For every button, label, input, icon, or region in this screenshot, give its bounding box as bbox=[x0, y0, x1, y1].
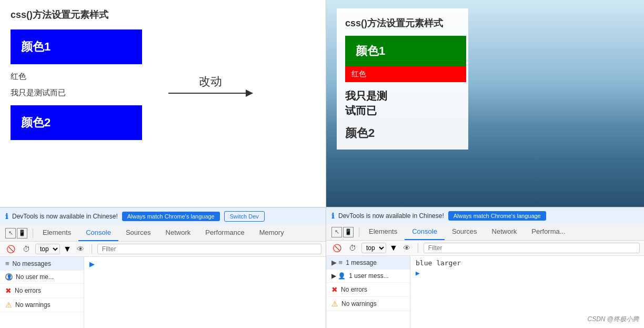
dropdown-icon: ▼ bbox=[63, 244, 72, 254]
change-arrow: 改动 bbox=[163, 74, 258, 94]
dt-icon-bar-left: ↖ 📱 bbox=[2, 226, 31, 241]
console-caret: ▶ bbox=[89, 260, 320, 268]
left-color-box-2: 颜色2 bbox=[11, 105, 142, 140]
cursor-icon[interactable]: ↖ bbox=[5, 228, 16, 238]
right-context-select[interactable]: top bbox=[361, 243, 386, 253]
clear-console-btn[interactable]: 🚫 bbox=[4, 244, 17, 254]
tab-console-left[interactable]: Console bbox=[78, 225, 118, 241]
left-devtools: ℹ DevTools is now available in Chinese! … bbox=[0, 207, 326, 328]
right-page-title: css()方法设置元素样式 bbox=[345, 17, 443, 29]
right-banner-text: DevTools is now available in Chinese! bbox=[338, 212, 444, 220]
tab-separator bbox=[33, 228, 33, 238]
right-cursor-icon[interactable]: ↖ bbox=[331, 227, 342, 237]
dt-icon-bar-right: ↖ 📱 bbox=[328, 225, 357, 240]
left-devtools-banner: ℹ DevTools is now available in Chinese! … bbox=[0, 208, 326, 225]
match-language-button[interactable]: Always match Chrome's language bbox=[122, 212, 220, 221]
left-page-content: css()方法设置元素样式 颜色1 红色 我只是测试而已 颜色2 bbox=[0, 0, 326, 207]
right-color-box-red: 红色 bbox=[345, 66, 466, 82]
sidebar-label-warnings: No warnings bbox=[15, 301, 51, 309]
switch-dev-button[interactable]: Switch Dev bbox=[224, 211, 265, 222]
left-panel: css()方法设置元素样式 颜色1 红色 我只是测试而已 颜色2 改动 ℹ De… bbox=[0, 0, 326, 328]
arrow-line bbox=[168, 93, 253, 94]
sidebar-label-user: No user me... bbox=[16, 273, 54, 281]
filter-btn[interactable]: ⏱ bbox=[21, 244, 32, 254]
watermark: CSDN @终极小腾 bbox=[587, 315, 639, 324]
right-sidebar-item-warnings[interactable]: ⚠ No warnings bbox=[326, 297, 410, 311]
console-output-line: blue larger bbox=[416, 258, 639, 268]
right-sidebar-item-user[interactable]: ▶ 👤 1 user mess... bbox=[326, 270, 410, 283]
right-devtools-toolbar: 🚫 ⏱ top ▼ 👁 bbox=[326, 241, 644, 256]
left-color-box-1: 颜色1 bbox=[11, 29, 142, 64]
right-devtools: ℹ DevTools is now available in Chinese! … bbox=[326, 207, 644, 328]
right-eye-btn[interactable]: 👁 bbox=[401, 243, 412, 253]
sidebar-item-errors[interactable]: ✖ No errors bbox=[0, 284, 84, 298]
right-sidebar-item-errors[interactable]: ✖ No errors bbox=[326, 283, 410, 297]
right-devtools-banner: ℹ DevTools is now available in Chinese! … bbox=[326, 208, 644, 224]
left-devtools-tabs: ↖ 📱 Elements Console Sources Network Per… bbox=[0, 225, 326, 242]
right-dropdown-icon: ▼ bbox=[389, 243, 398, 253]
right-sidebar-item-messages[interactable]: ▶ ≡ 1 message bbox=[326, 256, 410, 270]
context-select[interactable]: top bbox=[35, 244, 60, 254]
right-console-caret: ▶ bbox=[416, 268, 639, 278]
error-icon: ✖ bbox=[5, 286, 12, 295]
tab-console-right[interactable]: Console bbox=[405, 224, 445, 240]
right-info-icon: ℹ bbox=[331, 212, 334, 220]
right-match-language-button[interactable]: Always match Chrome's language bbox=[448, 211, 546, 221]
sidebar-item-messages[interactable]: ≡ No messages bbox=[0, 257, 84, 271]
right-console-sidebar: ▶ ≡ 1 message ▶ 👤 1 user mess... ✖ No er… bbox=[326, 256, 410, 328]
tab-memory-left[interactable]: Memory bbox=[252, 225, 291, 241]
right-error-icon: ✖ bbox=[331, 285, 338, 294]
left-console-main: ▶ bbox=[84, 257, 326, 328]
warning-icon: ⚠ bbox=[5, 301, 12, 309]
right-color2-label: 颜色2 bbox=[345, 125, 460, 141]
tab-sources-right[interactable]: Sources bbox=[445, 224, 485, 240]
toolbar-sep bbox=[92, 244, 92, 254]
info-icon: ℹ bbox=[5, 212, 8, 221]
console-filter-input[interactable] bbox=[97, 244, 321, 254]
tab-sources-left[interactable]: Sources bbox=[118, 225, 158, 241]
left-devtools-toolbar: 🚫 ⏱ top ▼ 👁 bbox=[0, 242, 326, 257]
right-console-filter-input[interactable] bbox=[424, 243, 640, 253]
right-sidebar-label-warnings: No warnings bbox=[341, 300, 377, 307]
right-page-content: css()方法设置元素样式 颜色1 红色 我只是测试而已 颜色2 bbox=[326, 0, 644, 207]
tab-performance-left[interactable]: Performance bbox=[198, 225, 251, 241]
right-list-icon: ▶ ≡ bbox=[331, 259, 343, 266]
right-user-icon: ▶ 👤 bbox=[331, 272, 346, 280]
right-text-test: 我只是测试而已 bbox=[345, 88, 460, 118]
left-console-sidebar: ≡ No messages 👤 No user me... ✖ No error… bbox=[0, 257, 84, 328]
sidebar-label-messages: No messages bbox=[13, 260, 51, 267]
right-color-box-1: 颜色1 bbox=[345, 36, 466, 66]
right-toolbar-sep bbox=[418, 243, 418, 253]
left-console-body: ≡ No messages 👤 No user me... ✖ No error… bbox=[0, 257, 326, 328]
eye-btn[interactable]: 👁 bbox=[75, 244, 86, 254]
right-clear-console-btn[interactable]: 🚫 bbox=[330, 243, 344, 253]
device-icon[interactable]: 📱 bbox=[17, 228, 27, 238]
sidebar-label-errors: No errors bbox=[15, 287, 41, 294]
right-filter-btn[interactable]: ⏱ bbox=[347, 243, 358, 253]
right-panel: css()方法设置元素样式 颜色1 红色 我只是测试而已 颜色2 ℹ DevTo… bbox=[326, 0, 644, 328]
right-sidebar-label-errors: No errors bbox=[341, 286, 367, 293]
tab-network-left[interactable]: Network bbox=[158, 225, 198, 241]
right-devtools-tabs: ↖ 📱 Elements Console Sources Network Per… bbox=[326, 224, 644, 241]
tab-performance-right[interactable]: Performa... bbox=[524, 224, 572, 240]
list-icon: ≡ bbox=[5, 260, 9, 267]
banner-text: DevTools is now available in Chinese! bbox=[12, 213, 118, 220]
sidebar-item-user[interactable]: 👤 No user me... bbox=[0, 271, 84, 284]
right-content-inner: css()方法设置元素样式 颜色1 红色 我只是测试而已 颜色2 bbox=[337, 8, 468, 150]
tab-elements-right[interactable]: Elements bbox=[361, 224, 405, 240]
right-warning-icon: ⚠ bbox=[331, 300, 338, 308]
right-device-icon[interactable]: 📱 bbox=[343, 227, 354, 237]
left-page-title: css()方法设置元素样式 bbox=[11, 8, 315, 21]
sidebar-item-warnings[interactable]: ⚠ No warnings bbox=[0, 298, 84, 312]
right-sidebar-label-user: 1 user mess... bbox=[349, 272, 388, 280]
tab-elements-left[interactable]: Elements bbox=[35, 225, 78, 241]
user-icon: 👤 bbox=[5, 273, 13, 281]
arrow-label: 改动 bbox=[199, 74, 222, 90]
tab-network-right[interactable]: Network bbox=[485, 224, 525, 240]
right-sidebar-label-messages: 1 message bbox=[346, 259, 377, 266]
right-tab-separator bbox=[359, 227, 359, 237]
